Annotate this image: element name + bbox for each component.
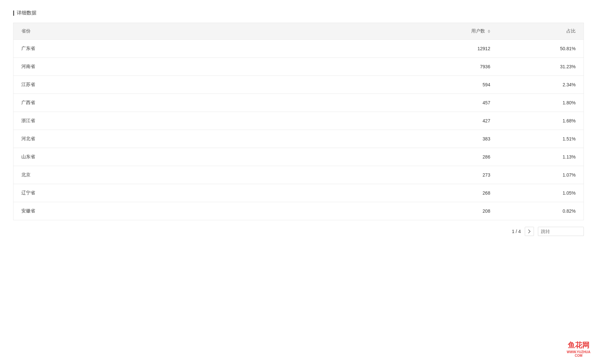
table-header-row: 省份 用户数 占比 <box>13 23 584 40</box>
cell-users: 273 <box>356 166 498 184</box>
pagination-jump-input[interactable] <box>538 227 584 236</box>
table-row: 山东省2861.13% <box>13 148 584 166</box>
cell-ratio: 1.13% <box>498 148 584 166</box>
cell-province: 江苏省 <box>13 76 356 94</box>
table-row: 北京2731.07% <box>13 166 584 184</box>
cell-users: 7936 <box>356 58 498 76</box>
pagination-area: 1 / 4 <box>13 227 584 236</box>
cell-province: 北京 <box>13 166 356 184</box>
table-row: 辽宁省2681.05% <box>13 184 584 202</box>
chevron-right-icon <box>528 229 531 233</box>
cell-ratio: 1.51% <box>498 130 584 148</box>
cell-ratio: 2.34% <box>498 76 584 94</box>
table-row: 安徽省2080.82% <box>13 202 584 220</box>
cell-province: 广东省 <box>13 40 356 58</box>
cell-province: 辽宁省 <box>13 184 356 202</box>
sort-arrow-down <box>488 32 490 33</box>
table-body: 广东省1291250.81%河南省793631.23%江苏省5942.34%广西… <box>13 40 584 220</box>
sort-icon-users[interactable] <box>488 30 490 33</box>
watermark-fish: 鱼花网 <box>568 340 589 350</box>
cell-ratio: 1.05% <box>498 184 584 202</box>
cell-ratio: 50.81% <box>498 40 584 58</box>
section-title-text: 详细数据 <box>17 10 36 16</box>
cell-province: 安徽省 <box>13 202 356 220</box>
watermark-com: COM <box>575 354 582 357</box>
pagination-next-button[interactable] <box>525 227 534 236</box>
cell-users: 594 <box>356 76 498 94</box>
cell-users: 457 <box>356 94 498 112</box>
cell-ratio: 1.68% <box>498 112 584 130</box>
cell-province: 浙江省 <box>13 112 356 130</box>
data-table: 省份 用户数 占比 广东省1291250.81%河南省793631.23%江苏省… <box>13 23 584 220</box>
cell-users: 208 <box>356 202 498 220</box>
pagination-info: 1 / 4 <box>512 229 521 234</box>
table-row: 河南省793631.23% <box>13 58 584 76</box>
cell-ratio: 1.80% <box>498 94 584 112</box>
cell-province: 河北省 <box>13 130 356 148</box>
table-row: 浙江省4271.68% <box>13 112 584 130</box>
cell-province: 山东省 <box>13 148 356 166</box>
cell-ratio: 1.07% <box>498 166 584 184</box>
watermark: 鱼花网 WWW.YUZHUA COM <box>567 340 590 357</box>
table-row: 广东省1291250.81% <box>13 40 584 58</box>
page-wrapper: 详细数据 省份 用户数 占比 广东省1291250.81 <box>0 0 597 364</box>
table-row: 江苏省5942.34% <box>13 76 584 94</box>
section-title-bar <box>13 11 14 16</box>
cell-users: 268 <box>356 184 498 202</box>
section-title: 详细数据 <box>13 10 584 16</box>
cell-users: 286 <box>356 148 498 166</box>
cell-province: 广西省 <box>13 94 356 112</box>
col-header-ratio: 占比 <box>498 23 584 40</box>
table-row: 河北省3831.51% <box>13 130 584 148</box>
cell-users: 12912 <box>356 40 498 58</box>
cell-ratio: 31.23% <box>498 58 584 76</box>
cell-users: 383 <box>356 130 498 148</box>
cell-province: 河南省 <box>13 58 356 76</box>
cell-ratio: 0.82% <box>498 202 584 220</box>
col-header-users[interactable]: 用户数 <box>356 23 498 40</box>
col-header-province: 省份 <box>13 23 356 40</box>
cell-users: 427 <box>356 112 498 130</box>
watermark-url: WWW.YUZHUA <box>567 350 590 354</box>
sort-arrow-up <box>488 30 490 31</box>
table-row: 广西省4571.80% <box>13 94 584 112</box>
